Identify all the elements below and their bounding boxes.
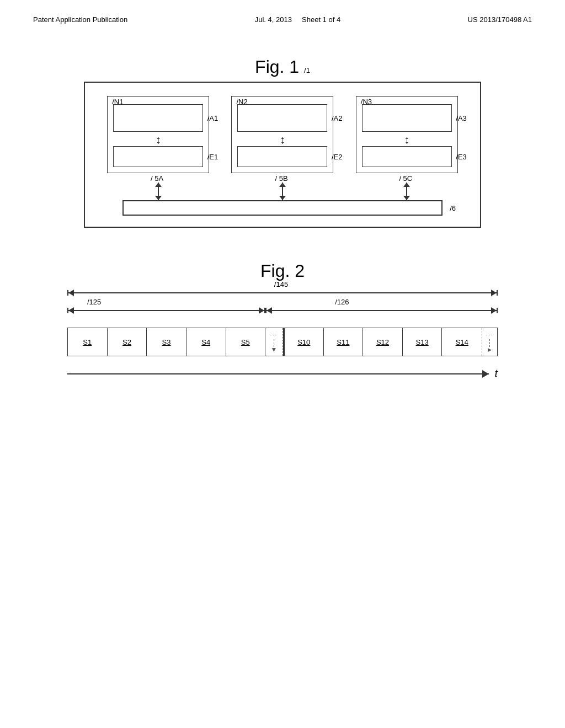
gap-dots-left: ··· ▶ xyxy=(265,328,283,356)
arrow-a1-e1: ↕ xyxy=(113,134,203,145)
slot-s2: S2 xyxy=(108,328,147,356)
block-a3-label: /A3 xyxy=(456,114,467,122)
header-patent-number: US 2013/170498 A1 xyxy=(468,15,532,24)
slot-s3: S3 xyxy=(147,328,186,356)
block-a2-label: /A2 xyxy=(332,114,343,122)
block-e1: /E1 xyxy=(113,146,203,167)
bus-arrow-5c: / 5C xyxy=(399,173,414,200)
time-axis: t xyxy=(67,367,498,380)
fig1-ref: /1 xyxy=(304,66,310,74)
fig1-section: Fig. 1 /1 /N1 /A1 ↕ xyxy=(33,57,532,228)
block-a2: /A2 xyxy=(237,104,327,132)
slot-s4: S4 xyxy=(186,328,226,356)
block-e2: /E2 xyxy=(237,146,327,167)
shared-bus-bar: /6 xyxy=(122,200,443,216)
bus-arrow-5a: / 5A xyxy=(151,173,166,200)
slot-s13: S13 xyxy=(403,328,443,356)
header-publication-type: Patent Application Publication xyxy=(33,15,127,24)
fig2-dims: /145 /125 /126 xyxy=(67,290,498,325)
bus-5b-line xyxy=(282,183,283,200)
arrow-a2-e2: ↕ xyxy=(237,134,327,145)
fig1-diagram: /N1 /A1 ↕ /E1 xyxy=(84,82,481,228)
dim-126-label: /126 xyxy=(335,298,349,306)
node-n3-box: /N3 /A3 ↕ /E3 xyxy=(356,96,458,173)
block-e3: /E3 xyxy=(362,146,452,167)
node-n1-box: /N1 /A1 ↕ /E1 xyxy=(107,96,209,173)
page-header: Patent Application Publication Jul. 4, 2… xyxy=(0,0,565,24)
bus-5a-label: / 5A xyxy=(151,174,163,183)
main-content: Fig. 1 /1 /N1 /A1 ↕ xyxy=(0,24,565,391)
bus-5a-line xyxy=(158,183,159,200)
slot-s14: S14 xyxy=(442,328,482,356)
arrow-a3-e3: ↕ xyxy=(362,134,452,145)
bus-5c-line xyxy=(406,183,407,200)
slots-container: S1 S2 S3 S4 S5 ··· ▶ xyxy=(67,328,498,356)
fig1-title: Fig. 1 /1 xyxy=(255,57,310,77)
node-n3: /N3 /A3 ↕ /E3 xyxy=(351,96,462,200)
node-n2: /N2 /A2 ↕ /E2 xyxy=(227,96,338,200)
block-a1-label: /A1 xyxy=(207,114,218,122)
time-axis-arrowhead xyxy=(482,370,489,378)
slot-s12: S12 xyxy=(363,328,403,356)
bus-5c-label: / 5C xyxy=(399,174,412,183)
header-center: Jul. 4, 2013 Sheet 1 of 4 xyxy=(255,15,340,24)
bus-5b-label: / 5B xyxy=(275,174,287,183)
dim-126: /126 xyxy=(265,308,498,313)
slot-s1: S1 xyxy=(68,328,108,356)
shared-bus-label: /6 xyxy=(450,204,456,212)
slot-s10: S10 xyxy=(284,328,324,356)
block-e2-label: /E2 xyxy=(332,153,343,161)
dim-125: /125 xyxy=(67,308,265,313)
block-a1: /A1 xyxy=(113,104,203,132)
dots-right: ··· xyxy=(486,332,494,338)
time-label: t xyxy=(494,367,498,380)
node-n1: /N1 /A1 ↕ /E1 xyxy=(103,96,214,200)
dim-125-label: /125 xyxy=(87,298,101,306)
fig2-section: Fig. 2 /145 /125 xyxy=(33,261,532,380)
slot-s11: S11 xyxy=(324,328,364,356)
gap-dots-right: ··· ▶ xyxy=(482,328,497,356)
slot-s5: S5 xyxy=(226,328,266,356)
header-sheet: Sheet 1 of 4 xyxy=(302,15,340,24)
shared-bus-container: /6 xyxy=(96,200,469,216)
block-e1-label: /E1 xyxy=(207,153,218,161)
header-date: Jul. 4, 2013 xyxy=(255,15,292,24)
dim-145: /145 xyxy=(67,290,498,296)
block-a3: /A3 xyxy=(362,104,452,132)
time-axis-line xyxy=(67,373,489,374)
bus-arrow-5b: / 5B xyxy=(275,173,290,200)
node-n2-box: /N2 /A2 ↕ /E2 xyxy=(231,96,333,173)
dim-145-label: /145 xyxy=(274,280,288,288)
dots-left: ··· xyxy=(270,332,278,338)
block-e3-label: /E3 xyxy=(456,153,467,161)
fig2-title: Fig. 2 xyxy=(260,261,305,281)
